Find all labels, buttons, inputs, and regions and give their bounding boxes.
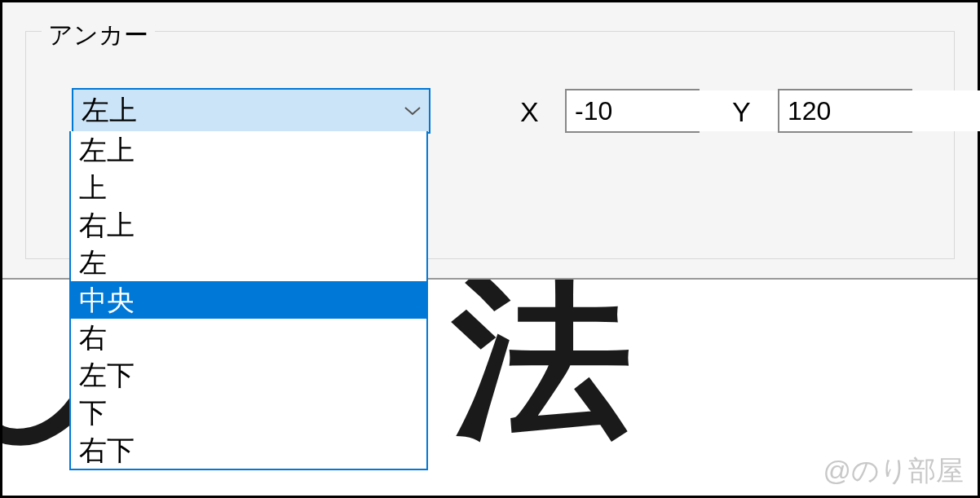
y-input[interactable] <box>779 90 980 131</box>
watermark-text: @のり部屋 <box>823 452 964 490</box>
dropdown-item[interactable]: 右上 <box>71 206 426 244</box>
dropdown-item[interactable]: 右 <box>71 319 426 356</box>
anchor-combobox[interactable]: 左上 <box>72 88 430 134</box>
dropdown-item[interactable]: 右下 <box>71 431 426 469</box>
combobox-selected-text: 左上 <box>82 92 396 130</box>
dropdown-item[interactable]: 下 <box>71 394 426 431</box>
y-spinner[interactable] <box>778 89 912 133</box>
x-label: X <box>520 96 539 128</box>
dropdown-item[interactable]: 左下 <box>71 356 426 394</box>
anchor-dropdown-list[interactable]: 左上上右上左中央右左下下右下 <box>69 131 428 470</box>
dropdown-item[interactable]: 左 <box>71 244 426 281</box>
chevron-down-icon <box>396 90 429 132</box>
dropdown-item[interactable]: 中央 <box>71 281 426 319</box>
dropdown-item[interactable]: 上 <box>71 169 426 206</box>
x-spinner[interactable] <box>565 89 700 133</box>
fieldset-legend: アンカー <box>42 19 155 52</box>
dropdown-item[interactable]: 左上 <box>71 131 426 169</box>
y-label: Y <box>732 96 751 128</box>
